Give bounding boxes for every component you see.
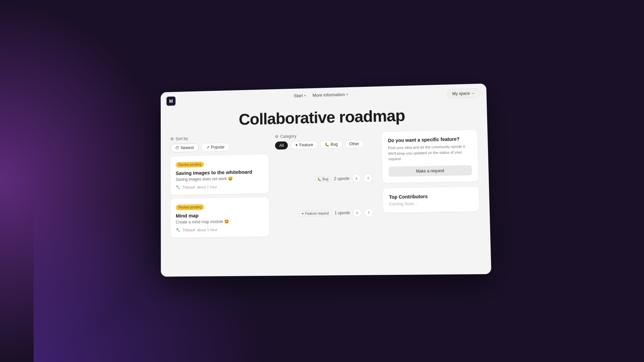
- sort-popular-button[interactable]: ↗ Popular: [201, 143, 229, 152]
- bug-tag-1: 🐛 Bug: [314, 176, 331, 182]
- content-grid: ⚙ Sort by ⏱ Newest ↗ Popular: [170, 130, 480, 241]
- feature-box-desc: Post your idea and let the community upv…: [388, 143, 472, 162]
- card-title-1: Saving images to the whiteboard: [176, 169, 264, 176]
- nav-start[interactable]: Start ▾: [294, 93, 306, 98]
- user-icon: 🔧: [176, 185, 180, 189]
- contributors-title: Top Contributors: [389, 193, 473, 199]
- page-title: Collaborative roadmap: [170, 101, 477, 130]
- card-desc-1: Saving images does not work 😅: [176, 176, 264, 182]
- coming-soon-text: Coming Soon...: [389, 200, 473, 206]
- boost-button-2[interactable]: ⇧: [364, 208, 373, 217]
- category-label: ⚙ Category: [275, 132, 375, 139]
- feature-request-box: Do you want a specific feature? Post you…: [382, 130, 478, 183]
- filter-icon: ⚙: [275, 134, 279, 139]
- card-time-1: about 1 hour: [197, 185, 217, 189]
- main-content: Collaborative roadmap ⚙ Sort by ⏱ Newest: [161, 98, 491, 252]
- card-author-2: Thibault: [182, 228, 195, 232]
- upvote-button-2[interactable]: ∧: [353, 208, 362, 217]
- boost-button-1[interactable]: ⇧: [364, 174, 373, 183]
- request-card-1: Review pending Saving images to the whit…: [170, 155, 269, 195]
- card-time-2: about 1 hour: [197, 228, 217, 232]
- nav-center: Start ▾ More information ▾: [294, 92, 348, 98]
- sort-section: ⚙ Sort by ⏱ Newest ↗ Popular: [170, 134, 268, 152]
- cat-feature-button[interactable]: ✦ Feature: [291, 141, 318, 149]
- categories-row: ⚙ Category All ✦ Feature 🐛 Bug Other: [275, 132, 375, 149]
- feature-tag-2: ✦ Feature request: [299, 210, 332, 216]
- card-desc-2: Create a mind map module 🤩: [176, 219, 264, 225]
- vote-area-1: 🐛 Bug 2 upvote ∧ ⇧: [275, 174, 376, 184]
- vote-area-2: ✦ Feature request 1 upvote ∧ ⇧: [276, 208, 377, 218]
- my-space-button[interactable]: My space →: [447, 88, 480, 99]
- cat-bug-button[interactable]: 🐛 Bug: [320, 140, 342, 148]
- bg-gradient-left: [0, 0, 168, 362]
- left-panel: ⚙ Sort by ⏱ Newest ↗ Popular: [170, 134, 269, 241]
- upvote-button-1[interactable]: ∧: [352, 174, 361, 183]
- upvote-count-1: 2 upvote: [334, 176, 350, 181]
- card-author-1: Thibault: [182, 185, 195, 189]
- sort-newest-button[interactable]: ⏱ Newest: [170, 143, 199, 152]
- app-logo: M: [166, 97, 175, 106]
- cat-all-button[interactable]: All: [275, 141, 288, 150]
- bug-emoji: 🐛: [317, 177, 321, 181]
- request-card-2: Review pending Mind map Create a mind ma…: [170, 197, 269, 238]
- top-contributors-box: Top Contributors Coming Soon...: [383, 187, 479, 213]
- sort-buttons: ⏱ Newest ↗ Popular: [170, 142, 268, 153]
- category-filters: All ✦ Feature 🐛 Bug Other: [275, 139, 375, 149]
- sort-label: ⚙ Sort by: [170, 134, 268, 141]
- trending-icon: ↗: [206, 145, 210, 150]
- card-meta-1: 🔧 Thibault about 1 hour: [176, 184, 264, 189]
- card-title-2: Mind map: [176, 212, 264, 219]
- right-panel: Do you want a specific feature? Post you…: [382, 130, 479, 213]
- clock-icon: ⏱: [175, 146, 179, 150]
- user-icon-2: 🔧: [176, 228, 180, 232]
- make-request-button[interactable]: Make a request: [388, 165, 472, 177]
- upvote-count-2: 1 upvote: [334, 210, 350, 216]
- sort-icon: ⚙: [170, 137, 174, 141]
- app-window: M Start ▾ More information ▾ My space → …: [161, 83, 491, 277]
- feature-box-title: Do you want a specific feature?: [388, 136, 471, 143]
- review-pending-badge: Review pending: [176, 162, 204, 168]
- chevron-down-icon: ▾: [304, 94, 306, 97]
- nav-more-info[interactable]: More information ▾: [313, 92, 348, 98]
- review-pending-badge-2: Review pending: [176, 204, 204, 210]
- middle-panel: ⚙ Category All ✦ Feature 🐛 Bug Other 🐛 B…: [275, 132, 377, 221]
- chevron-down-icon: ▾: [346, 93, 348, 96]
- feature-emoji: ✦: [302, 212, 304, 215]
- cat-other-button[interactable]: Other: [345, 140, 364, 148]
- card-meta-2: 🔧 Thibault about 1 hour: [176, 227, 264, 232]
